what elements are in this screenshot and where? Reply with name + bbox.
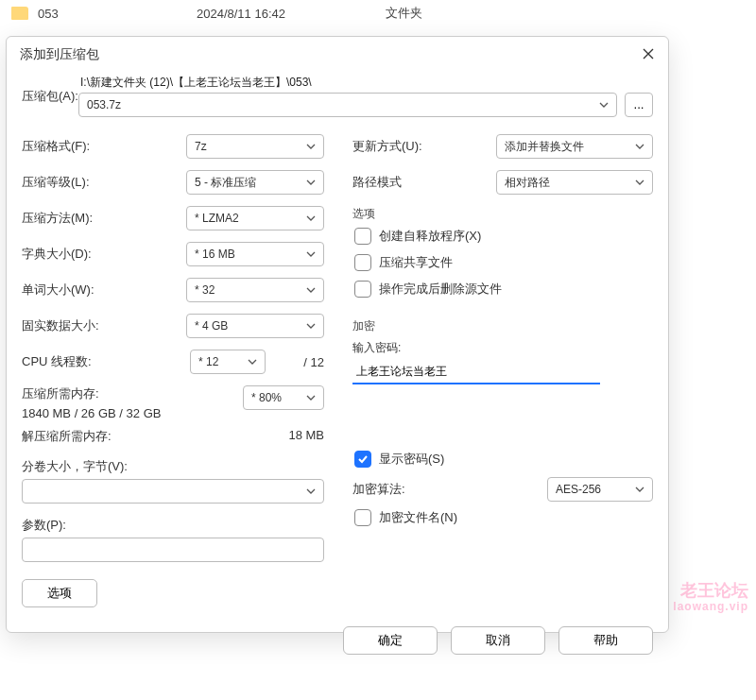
folder-type: 文件夹 <box>386 5 422 22</box>
folder-icon <box>11 7 28 20</box>
explorer-row: 053 2024/8/11 16:42 文件夹 <box>0 0 756 26</box>
folder-date: 2024/8/11 16:42 <box>197 7 386 21</box>
folder-name: 053 <box>38 7 197 21</box>
